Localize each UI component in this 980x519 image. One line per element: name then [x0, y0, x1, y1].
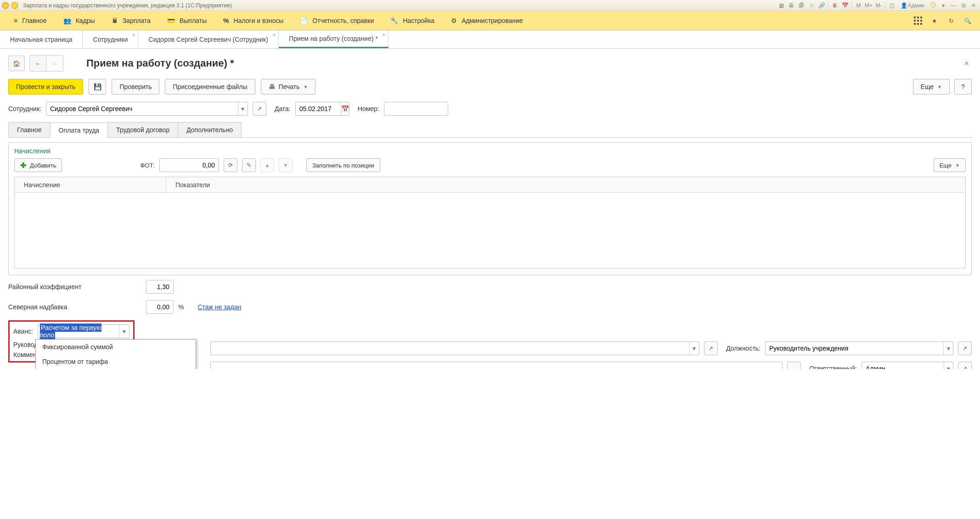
- menu-kadr[interactable]: 👥Кадры: [55, 11, 103, 30]
- number-input[interactable]: [384, 102, 448, 115]
- post-and-close-button[interactable]: Провести и закрыть: [8, 79, 83, 95]
- region-coef-field[interactable]: [146, 280, 174, 294]
- avans-option-fixed[interactable]: Фиксированной суммой: [36, 340, 196, 354]
- comment-input[interactable]: [211, 362, 782, 369]
- m-plus-icon[interactable]: M+: [864, 1, 873, 10]
- panel-icon[interactable]: ◫: [887, 1, 896, 10]
- forward-button[interactable]: →: [46, 56, 63, 71]
- avans-option-percent[interactable]: Процентом от тарифа: [36, 354, 196, 369]
- move-up-button[interactable]: ▲: [260, 158, 274, 172]
- svg-rect-7: [917, 23, 919, 25]
- app-nav-icon[interactable]: [11, 2, 18, 9]
- info-icon[interactable]: ⓘ: [929, 1, 938, 10]
- open-ref-button[interactable]: ↗: [958, 341, 972, 355]
- print-button[interactable]: 🖶 Печать ▼: [261, 79, 316, 95]
- date-field[interactable]: 📅: [295, 102, 349, 116]
- resp-input[interactable]: [862, 362, 944, 369]
- menu-salary[interactable]: 🖩Зарплата: [103, 11, 159, 30]
- fill-by-position-button[interactable]: Заполнить по позиции: [306, 158, 380, 172]
- help-button[interactable]: ?: [954, 79, 972, 95]
- calendar-icon[interactable]: 📅: [341, 102, 349, 115]
- employee-input[interactable]: [46, 102, 238, 115]
- dropdown-icon[interactable]: ▾: [944, 362, 953, 369]
- resp-field[interactable]: ▾: [862, 362, 953, 369]
- open-ref-button[interactable]: ↗: [958, 362, 972, 369]
- calendar-icon[interactable]: 📅: [840, 1, 850, 10]
- more-button[interactable]: Еще ▼: [913, 79, 950, 95]
- plus-icon: ✚: [20, 161, 26, 170]
- m-minus-icon[interactable]: M-: [874, 1, 883, 10]
- tool-icon[interactable]: 🔗: [817, 1, 826, 10]
- tab-close-icon[interactable]: ×: [272, 32, 275, 38]
- dropdown-icon[interactable]: ▾: [119, 325, 129, 338]
- fot-input[interactable]: [160, 159, 219, 172]
- open-ref-button[interactable]: ↗: [704, 341, 718, 355]
- search-icon[interactable]: 🔍: [961, 14, 974, 28]
- user-chip[interactable]: 👤 Админ: [897, 1, 928, 10]
- dropdown-icon[interactable]: ▾: [939, 1, 948, 10]
- employee-field[interactable]: ▾: [46, 102, 248, 116]
- back-button[interactable]: ←: [30, 56, 46, 71]
- tool-icon[interactable]: 🗐: [797, 1, 806, 10]
- region-coef-input[interactable]: [146, 280, 173, 293]
- avans-dropdown: Фиксированной суммой Процентом от тарифа…: [35, 339, 196, 369]
- number-field[interactable]: [384, 102, 448, 116]
- dropdown-icon[interactable]: ▾: [238, 102, 248, 115]
- check-button[interactable]: Проверить: [112, 79, 159, 95]
- tab-pay[interactable]: Оплата труда: [50, 123, 108, 138]
- menu-payments[interactable]: 💳Выплаты: [159, 11, 215, 30]
- comment-more-button[interactable]: …: [787, 362, 801, 369]
- refresh-button[interactable]: ⟳: [224, 158, 237, 172]
- north-input[interactable]: [146, 301, 173, 313]
- tool-icon[interactable]: ▦: [777, 1, 786, 10]
- calc-icon[interactable]: 🖩: [830, 1, 839, 10]
- menu-hamburger[interactable]: ≡Главное: [6, 11, 55, 30]
- menu-reports[interactable]: 📄Отчетность, справки: [292, 11, 382, 30]
- tab-close-icon[interactable]: ×: [382, 32, 385, 38]
- tab-contract[interactable]: Трудовой договор: [107, 122, 178, 137]
- history-icon[interactable]: ↻: [944, 14, 958, 28]
- fot-field[interactable]: [159, 158, 219, 172]
- tab-employee-card[interactable]: Сидоров Сергей Сергеевич (Сотрудник)×: [138, 30, 279, 48]
- save-button[interactable]: 💾: [89, 79, 106, 95]
- comment-field[interactable]: [210, 362, 783, 369]
- head-input[interactable]: [211, 342, 689, 355]
- svg-rect-1: [917, 17, 919, 18]
- dropdown-icon[interactable]: ▾: [689, 342, 699, 355]
- accruals-table[interactable]: Начисление Показатели: [14, 177, 966, 268]
- move-down-button[interactable]: ▼: [279, 158, 293, 172]
- minimize-icon[interactable]: —: [949, 1, 958, 10]
- tab-main[interactable]: Главное: [8, 122, 51, 137]
- tab-employees[interactable]: Сотрудники×: [83, 30, 138, 48]
- stage-link[interactable]: Стаж не задан: [197, 303, 241, 311]
- star-icon[interactable]: ★: [928, 14, 941, 28]
- north-field[interactable]: [146, 300, 174, 314]
- tab-extra[interactable]: Дополнительно: [178, 122, 242, 137]
- position-field[interactable]: ▾: [765, 341, 953, 355]
- avans-field[interactable]: Расчетом за первую поло ▾: [38, 324, 130, 338]
- tool-icon[interactable]: 🖶: [787, 1, 796, 10]
- more2-button[interactable]: Еще ▼: [934, 158, 966, 172]
- attached-files-button[interactable]: Присоединенные файлы: [165, 79, 255, 95]
- date-input[interactable]: [296, 102, 341, 115]
- menu-taxes[interactable]: %Налоги и взносы: [215, 11, 292, 30]
- m-icon[interactable]: M: [854, 1, 863, 10]
- open-ref-button[interactable]: ↗: [253, 102, 266, 116]
- maximize-icon[interactable]: ⧉: [959, 1, 968, 10]
- edit-button[interactable]: ✎: [242, 158, 256, 172]
- menu-settings[interactable]: 🔧Настройка: [382, 11, 443, 30]
- position-input[interactable]: [766, 342, 943, 355]
- head-field[interactable]: ▾: [210, 341, 699, 355]
- close-icon[interactable]: ✕: [969, 1, 978, 10]
- page-close-icon[interactable]: ×: [961, 59, 972, 68]
- tab-start[interactable]: Начальная страница: [0, 30, 83, 48]
- dropdown-icon[interactable]: ▾: [943, 342, 953, 355]
- apps-icon[interactable]: [911, 14, 925, 28]
- percent-label: %: [178, 303, 184, 311]
- tool-icon[interactable]: ☆: [807, 1, 816, 10]
- menu-admin[interactable]: ⚙Администрирование: [443, 11, 531, 30]
- tab-hiring[interactable]: Прием на работу (создание) *×: [279, 30, 389, 48]
- add-button[interactable]: ✚Добавить: [14, 158, 62, 172]
- tab-close-icon[interactable]: ×: [132, 32, 135, 38]
- home-button[interactable]: 🏠: [8, 56, 25, 71]
